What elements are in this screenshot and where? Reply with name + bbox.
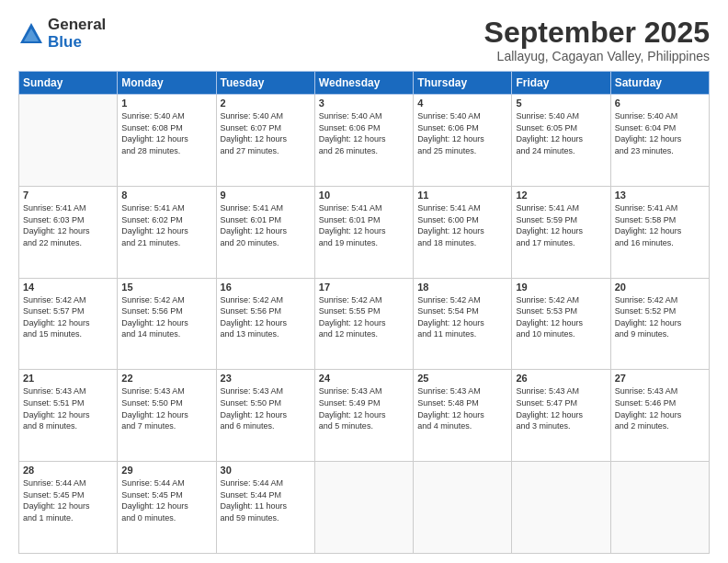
header-sunday: Sunday: [19, 72, 118, 95]
header-monday: Monday: [118, 72, 216, 95]
table-row: [19, 95, 118, 187]
day-info: Sunrise: 5:43 AM Sunset: 5:50 PM Dayligh…: [221, 385, 311, 431]
day-info: Sunrise: 5:42 AM Sunset: 5:52 PM Dayligh…: [615, 294, 705, 340]
day-info: Sunrise: 5:44 AM Sunset: 5:45 PM Dayligh…: [121, 477, 211, 523]
table-row: 4Sunrise: 5:40 AM Sunset: 6:06 PM Daylig…: [414, 95, 512, 187]
table-row: 12Sunrise: 5:41 AM Sunset: 5:59 PM Dayli…: [512, 186, 610, 278]
day-number: 27: [615, 373, 705, 384]
day-info: Sunrise: 5:41 AM Sunset: 6:02 PM Dayligh…: [121, 202, 211, 248]
page: General Blue September 2025 Lallayug, Ca…: [0, 0, 728, 563]
table-row: 16Sunrise: 5:42 AM Sunset: 5:56 PM Dayli…: [216, 278, 314, 370]
table-row: [414, 462, 512, 554]
day-number: 16: [221, 282, 311, 293]
day-info: Sunrise: 5:42 AM Sunset: 5:53 PM Dayligh…: [516, 294, 606, 340]
table-row: 3Sunrise: 5:40 AM Sunset: 6:06 PM Daylig…: [314, 95, 413, 187]
table-row: 13Sunrise: 5:41 AM Sunset: 5:58 PM Dayli…: [610, 186, 709, 278]
logo-text: General Blue: [48, 17, 106, 51]
table-row: 19Sunrise: 5:42 AM Sunset: 5:53 PM Dayli…: [512, 278, 610, 370]
table-row: [610, 462, 709, 554]
table-row: 8Sunrise: 5:41 AM Sunset: 6:02 PM Daylig…: [118, 186, 216, 278]
day-number: 30: [221, 465, 311, 476]
day-number: 6: [615, 98, 705, 109]
table-row: 21Sunrise: 5:43 AM Sunset: 5:51 PM Dayli…: [19, 370, 118, 462]
day-number: 4: [417, 98, 507, 109]
day-info: Sunrise: 5:43 AM Sunset: 5:51 PM Dayligh…: [23, 385, 113, 431]
day-info: Sunrise: 5:42 AM Sunset: 5:56 PM Dayligh…: [121, 294, 211, 340]
day-number: 25: [417, 373, 507, 384]
calendar-body: 1Sunrise: 5:40 AM Sunset: 6:08 PM Daylig…: [19, 95, 710, 554]
table-row: 6Sunrise: 5:40 AM Sunset: 6:04 PM Daylig…: [610, 95, 709, 187]
table-row: 5Sunrise: 5:40 AM Sunset: 6:05 PM Daylig…: [512, 95, 610, 187]
header-tuesday: Tuesday: [216, 72, 314, 95]
header: General Blue September 2025 Lallayug, Ca…: [18, 17, 710, 63]
logo-icon: [18, 21, 44, 47]
day-info: Sunrise: 5:43 AM Sunset: 5:50 PM Dayligh…: [121, 385, 211, 431]
table-row: 22Sunrise: 5:43 AM Sunset: 5:50 PM Dayli…: [118, 370, 216, 462]
table-row: [512, 462, 610, 554]
day-info: Sunrise: 5:41 AM Sunset: 5:59 PM Dayligh…: [516, 202, 606, 248]
header-saturday: Saturday: [610, 72, 709, 95]
day-info: Sunrise: 5:40 AM Sunset: 6:04 PM Dayligh…: [615, 110, 705, 156]
day-info: Sunrise: 5:40 AM Sunset: 6:06 PM Dayligh…: [319, 110, 409, 156]
table-row: 26Sunrise: 5:43 AM Sunset: 5:47 PM Dayli…: [512, 370, 610, 462]
day-number: 22: [121, 373, 211, 384]
day-info: Sunrise: 5:43 AM Sunset: 5:48 PM Dayligh…: [417, 385, 507, 431]
day-info: Sunrise: 5:42 AM Sunset: 5:55 PM Dayligh…: [319, 294, 409, 340]
day-number: 8: [121, 190, 211, 201]
calendar-table: Sunday Monday Tuesday Wednesday Thursday…: [18, 71, 710, 554]
day-info: Sunrise: 5:43 AM Sunset: 5:47 PM Dayligh…: [516, 385, 606, 431]
table-row: 18Sunrise: 5:42 AM Sunset: 5:54 PM Dayli…: [414, 278, 512, 370]
day-info: Sunrise: 5:44 AM Sunset: 5:44 PM Dayligh…: [221, 477, 311, 523]
table-row: 2Sunrise: 5:40 AM Sunset: 6:07 PM Daylig…: [216, 95, 314, 187]
calendar-subtitle: Lallayug, Cagayan Valley, Philippines: [484, 49, 710, 63]
table-row: 7Sunrise: 5:41 AM Sunset: 6:03 PM Daylig…: [19, 186, 118, 278]
day-info: Sunrise: 5:41 AM Sunset: 6:03 PM Dayligh…: [23, 202, 113, 248]
table-row: [314, 462, 413, 554]
header-row: Sunday Monday Tuesday Wednesday Thursday…: [19, 72, 710, 95]
day-info: Sunrise: 5:43 AM Sunset: 5:46 PM Dayligh…: [615, 385, 705, 431]
day-number: 26: [516, 373, 606, 384]
table-row: 17Sunrise: 5:42 AM Sunset: 5:55 PM Dayli…: [314, 278, 413, 370]
header-thursday: Thursday: [414, 72, 512, 95]
day-info: Sunrise: 5:42 AM Sunset: 5:56 PM Dayligh…: [221, 294, 311, 340]
day-number: 20: [615, 282, 705, 293]
day-number: 23: [221, 373, 311, 384]
day-info: Sunrise: 5:40 AM Sunset: 6:08 PM Dayligh…: [121, 110, 211, 156]
day-number: 17: [319, 282, 409, 293]
table-row: 28Sunrise: 5:44 AM Sunset: 5:45 PM Dayli…: [19, 462, 118, 554]
day-number: 1: [121, 98, 211, 109]
table-row: 11Sunrise: 5:41 AM Sunset: 6:00 PM Dayli…: [414, 186, 512, 278]
day-info: Sunrise: 5:42 AM Sunset: 5:57 PM Dayligh…: [23, 294, 113, 340]
day-number: 13: [615, 190, 705, 201]
table-row: 29Sunrise: 5:44 AM Sunset: 5:45 PM Dayli…: [118, 462, 216, 554]
logo-blue-text: Blue: [48, 34, 106, 52]
day-number: 9: [221, 190, 311, 201]
day-number: 7: [23, 190, 113, 201]
day-info: Sunrise: 5:42 AM Sunset: 5:54 PM Dayligh…: [417, 294, 507, 340]
day-info: Sunrise: 5:41 AM Sunset: 6:00 PM Dayligh…: [417, 202, 507, 248]
day-info: Sunrise: 5:41 AM Sunset: 6:01 PM Dayligh…: [319, 202, 409, 248]
table-row: 10Sunrise: 5:41 AM Sunset: 6:01 PM Dayli…: [314, 186, 413, 278]
calendar-header: Sunday Monday Tuesday Wednesday Thursday…: [19, 72, 710, 95]
day-info: Sunrise: 5:40 AM Sunset: 6:05 PM Dayligh…: [516, 110, 606, 156]
day-info: Sunrise: 5:44 AM Sunset: 5:45 PM Dayligh…: [23, 477, 113, 523]
day-number: 29: [121, 465, 211, 476]
title-block: September 2025 Lallayug, Cagayan Valley,…: [484, 17, 710, 63]
table-row: 14Sunrise: 5:42 AM Sunset: 5:57 PM Dayli…: [19, 278, 118, 370]
calendar-title: September 2025: [484, 17, 710, 49]
table-row: 9Sunrise: 5:41 AM Sunset: 6:01 PM Daylig…: [216, 186, 314, 278]
day-info: Sunrise: 5:41 AM Sunset: 6:01 PM Dayligh…: [221, 202, 311, 248]
day-number: 18: [417, 282, 507, 293]
day-number: 28: [23, 465, 113, 476]
table-row: 15Sunrise: 5:42 AM Sunset: 5:56 PM Dayli…: [118, 278, 216, 370]
logo: General Blue: [18, 17, 106, 51]
day-number: 5: [516, 98, 606, 109]
day-info: Sunrise: 5:40 AM Sunset: 6:07 PM Dayligh…: [221, 110, 311, 156]
day-number: 2: [221, 98, 311, 109]
table-row: 20Sunrise: 5:42 AM Sunset: 5:52 PM Dayli…: [610, 278, 709, 370]
header-friday: Friday: [512, 72, 610, 95]
day-info: Sunrise: 5:41 AM Sunset: 5:58 PM Dayligh…: [615, 202, 705, 248]
day-number: 11: [417, 190, 507, 201]
day-info: Sunrise: 5:43 AM Sunset: 5:49 PM Dayligh…: [319, 385, 409, 431]
table-row: 25Sunrise: 5:43 AM Sunset: 5:48 PM Dayli…: [414, 370, 512, 462]
